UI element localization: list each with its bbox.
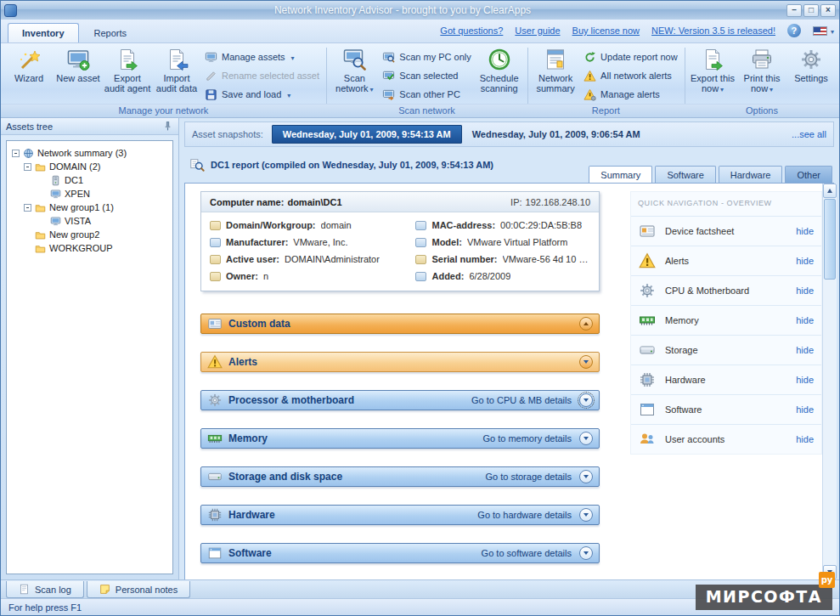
tab-inventory[interactable]: Inventory: [8, 23, 79, 42]
personal-notes-tab[interactable]: Personal notes: [87, 581, 190, 598]
tree-item-domain[interactable]: DOMAIN (2): [8, 160, 171, 173]
collapse-button[interactable]: [579, 317, 593, 331]
scan-my-pc-button[interactable]: Scan my PC only: [382, 49, 471, 65]
go-to-memory-details-link[interactable]: Go to memory details: [482, 433, 572, 444]
tab-summary[interactable]: Summary: [589, 166, 652, 184]
go-to-storage-details-link[interactable]: Go to storage details: [485, 472, 572, 482]
quick-nav-alerts[interactable]: Alerts hide: [631, 246, 821, 275]
gear-icon: [207, 393, 223, 408]
close-button[interactable]: [820, 4, 836, 17]
rename-selected-asset-button[interactable]: Rename selected asset: [205, 68, 319, 83]
export-this-now-button[interactable]: Export this now: [688, 46, 737, 102]
scan-other-pc-button[interactable]: Scan other PC: [382, 87, 471, 102]
quick-nav-storage[interactable]: Storage hide: [631, 335, 821, 365]
scan-network-icon: [342, 48, 366, 71]
language-selector[interactable]: [813, 25, 834, 36]
tree-item-xpen[interactable]: XPEN: [8, 187, 171, 201]
minimize-button[interactable]: [786, 4, 802, 17]
quick-nav-software[interactable]: Software hide: [631, 394, 821, 424]
collapse-button[interactable]: [579, 546, 593, 560]
network-summary-button[interactable]: Network summary: [531, 46, 580, 102]
save-and-load-button[interactable]: Save and load: [205, 87, 319, 102]
collapse-button[interactable]: [579, 470, 593, 483]
hide-link[interactable]: hide: [796, 404, 814, 415]
help-icon[interactable]: [787, 24, 801, 37]
report-title: DC1 report (compiled on Wednesday, July …: [186, 157, 493, 183]
snapshots-label: Asset snapshots:: [192, 129, 263, 139]
go-to-software-details-link[interactable]: Go to software details: [482, 548, 572, 558]
quick-nav-cpu-motherboard[interactable]: CPU & Motherboard hide: [631, 275, 821, 305]
collapse-button[interactable]: [579, 432, 593, 445]
import-audit-data-button[interactable]: Import audit data: [152, 46, 201, 102]
hide-link[interactable]: hide: [796, 285, 814, 296]
section-custom-data[interactable]: Custom data: [200, 314, 600, 334]
ribbon: Wizard New asset Export audit agent Impo…: [1, 43, 839, 118]
collapse-button[interactable]: [579, 393, 593, 407]
manage-alerts-button[interactable]: Manage alerts: [583, 87, 678, 102]
go-to-hardware-details-link[interactable]: Go to hardware details: [477, 510, 572, 520]
user-guide-link[interactable]: User guide: [515, 25, 560, 36]
quick-nav-hardware[interactable]: Hardware hide: [631, 365, 821, 394]
tab-hardware[interactable]: Hardware: [719, 166, 783, 184]
scan-log-tab[interactable]: Scan log: [6, 581, 84, 598]
see-all-link[interactable]: ...see all: [792, 129, 826, 139]
scrollbar-thumb[interactable]: [824, 199, 836, 280]
quick-nav-device-factsheet[interactable]: Device factsheet hide: [631, 216, 821, 246]
section-title: Processor & motherboard: [228, 394, 354, 406]
print-this-now-button[interactable]: Print this now: [737, 46, 786, 102]
window-title: Network Inventory Advisor - brought to y…: [20, 4, 785, 16]
export-audit-agent-button[interactable]: Export audit agent: [103, 46, 152, 102]
scroll-up-button[interactable]: [823, 184, 837, 198]
all-network-alerts-button[interactable]: All network alerts: [583, 68, 678, 83]
new-asset-button[interactable]: New asset: [54, 46, 103, 102]
app-icon: [4, 4, 17, 17]
buy-license-link[interactable]: Buy license now: [572, 25, 640, 36]
collapse-button[interactable]: [579, 355, 593, 369]
quick-nav-user-accounts[interactable]: User accounts hide: [631, 424, 821, 454]
tree-item-new-group1[interactable]: New group1 (1): [8, 201, 171, 214]
hide-link[interactable]: hide: [796, 434, 814, 444]
vertical-scrollbar[interactable]: [822, 184, 837, 579]
tab-software[interactable]: Software: [655, 166, 715, 184]
schedule-scanning-button[interactable]: Schedule scanning: [475, 46, 524, 102]
maximize-button[interactable]: [803, 4, 819, 17]
new-version-link[interactable]: NEW: Version 3.5 is released!: [651, 25, 775, 36]
tree-item-vista[interactable]: VISTA: [8, 214, 171, 228]
manage-assets-button[interactable]: Manage assets: [205, 49, 319, 65]
tree-item-network-summary[interactable]: Network summary (3): [8, 146, 171, 160]
wizard-button[interactable]: Wizard: [4, 46, 54, 102]
hide-link[interactable]: hide: [796, 315, 814, 325]
tree-item-workgroup[interactable]: WORKGROUP: [8, 241, 171, 255]
go-to-cpu-details-link[interactable]: Go to CPU & MB details: [471, 395, 572, 405]
tree-item-dc1[interactable]: DC1: [8, 173, 171, 187]
update-report-now-button[interactable]: Update report now: [583, 49, 678, 65]
section-hardware[interactable]: Hardware Go to hardware details: [200, 505, 600, 525]
pin-icon[interactable]: [162, 121, 173, 132]
snapshot-item[interactable]: Wednesday, July 01, 2009, 9:06:54 AM: [462, 126, 651, 143]
section-alerts[interactable]: Alerts: [200, 352, 600, 372]
schedule-scanning-label: Schedule scanning: [476, 73, 523, 93]
tree-expander[interactable]: [24, 204, 31, 212]
scan-network-button[interactable]: Scan network: [330, 46, 379, 102]
scan-selected-button[interactable]: Scan selected: [382, 68, 471, 83]
factsheet-icon: [639, 223, 656, 240]
tab-reports[interactable]: Reports: [81, 24, 141, 42]
scan-selected-icon: [382, 70, 395, 82]
tree-item-new-group2[interactable]: New group2: [8, 228, 171, 241]
hide-link[interactable]: hide: [796, 256, 814, 266]
section-storage[interactable]: Storage and disk space Go to storage det…: [200, 466, 600, 487]
hide-link[interactable]: hide: [796, 345, 814, 355]
section-memory[interactable]: Memory Go to memory details: [200, 428, 600, 449]
tab-other[interactable]: Other: [785, 166, 832, 184]
got-questions-link[interactable]: Got questions?: [440, 25, 503, 36]
settings-button[interactable]: Settings: [786, 46, 836, 102]
quick-nav-memory[interactable]: Memory hide: [631, 305, 821, 335]
tree-expander[interactable]: [12, 150, 20, 157]
section-software[interactable]: Software Go to software details: [200, 543, 600, 563]
tree-expander[interactable]: [24, 163, 31, 171]
hide-link[interactable]: hide: [796, 375, 814, 385]
section-processor-motherboard[interactable]: Processor & motherboard Go to CPU & MB d…: [200, 390, 600, 410]
collapse-button[interactable]: [579, 508, 593, 522]
snapshot-selected[interactable]: Wednesday, July 01, 2009, 9:54:13 AM: [272, 125, 462, 144]
hide-link[interactable]: hide: [796, 226, 814, 236]
